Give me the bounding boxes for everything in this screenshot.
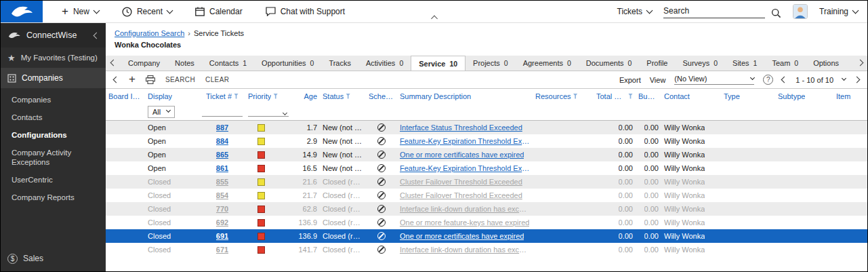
ticket-link[interactable]: 770 bbox=[216, 205, 228, 213]
collapse-sidebar-icon[interactable] bbox=[94, 31, 99, 40]
tab-team[interactable]: Team0 bbox=[764, 55, 806, 71]
column-header-subtype[interactable]: Subtype bbox=[775, 89, 833, 103]
tab-sites[interactable]: Sites1 bbox=[725, 55, 764, 71]
column-header-summary-description[interactable]: Summary Description bbox=[397, 89, 533, 103]
calendar-button[interactable]: Calendar bbox=[195, 7, 243, 16]
sidebar-header[interactable]: ConnectWise bbox=[1, 23, 106, 47]
back-icon[interactable] bbox=[114, 77, 119, 82]
table-row[interactable]: Closed85421.7Closed (resolv...Cluster Fa… bbox=[106, 189, 867, 202]
table-row[interactable]: Open86514.9New (not resp...One or more c… bbox=[106, 148, 867, 161]
tab-service[interactable]: Service10 bbox=[411, 56, 466, 71]
collapse-topbar-chevron[interactable] bbox=[432, 14, 436, 21]
column-header-age[interactable]: Age bbox=[291, 89, 320, 103]
ticket-link[interactable]: 884 bbox=[216, 137, 228, 145]
clear-button[interactable]: CLEAR bbox=[205, 76, 229, 83]
sidebar-item-company-activity-exceptions[interactable]: Company Activity Exceptions bbox=[1, 144, 106, 171]
breadcrumb-link[interactable]: Configuration Search bbox=[115, 29, 184, 37]
next-page-icon[interactable] bbox=[854, 77, 859, 82]
print-icon[interactable] bbox=[146, 75, 155, 84]
connectwise-logo[interactable] bbox=[1, 1, 43, 22]
tabs-scroll-right-icon[interactable] bbox=[852, 55, 867, 71]
column-header-ticket[interactable]: Ticket # bbox=[199, 89, 245, 103]
summary-link[interactable]: One or more feature-keys have expired bbox=[400, 218, 529, 227]
avatar[interactable] bbox=[793, 4, 808, 19]
sidebar-item-contacts[interactable]: Contacts bbox=[1, 109, 106, 126]
add-ticket-icon[interactable]: + bbox=[129, 73, 136, 86]
priority-filter-select[interactable] bbox=[248, 106, 289, 117]
sidebar-item-sales[interactable]: $ Sales bbox=[1, 249, 106, 268]
column-header-contact[interactable]: Contact bbox=[661, 89, 721, 103]
ticket-link[interactable]: 671 bbox=[216, 246, 228, 254]
column-header-item[interactable]: Item bbox=[833, 89, 867, 103]
ticket-link[interactable]: 861 bbox=[216, 164, 228, 172]
table-row[interactable]: Closed691136.9Closed (resolv...One or mo… bbox=[106, 229, 867, 243]
summary-link[interactable]: Interface link-down duration has exceede… bbox=[400, 205, 530, 213]
new-menu-button[interactable]: + New bbox=[62, 7, 99, 17]
sidebar-item-configurations[interactable]: Configurations bbox=[1, 126, 106, 144]
table-row[interactable]: Open8842.9New (not resp...Feature-Key Ex… bbox=[106, 134, 867, 148]
column-header-board-icon[interactable]: Board Icon bbox=[106, 89, 145, 103]
table-row[interactable]: Open86116.5New (not resp...Feature-Key E… bbox=[106, 161, 867, 175]
table-row[interactable]: Open8871.7New (not resp...Interface Stat… bbox=[106, 121, 867, 134]
account-menu-button[interactable]: Training bbox=[819, 7, 858, 16]
ticket-link[interactable]: 887 bbox=[216, 123, 228, 132]
column-header-resources[interactable]: Resources bbox=[533, 89, 594, 103]
column-header-total-hours[interactable]: Total Hours bbox=[594, 89, 636, 103]
recent-menu-button[interactable]: Recent bbox=[122, 7, 172, 17]
tab-surveys[interactable]: Surveys0 bbox=[675, 55, 725, 71]
tab-documents[interactable]: Documents0 bbox=[579, 55, 639, 71]
summary-link[interactable]: Feature-Key Expiration Threshold Exceede… bbox=[400, 137, 530, 145]
tickets-menu-button[interactable]: Tickets bbox=[617, 7, 653, 16]
column-header-schedule[interactable]: Schedule bbox=[366, 89, 397, 103]
tab-configura[interactable]: Configura bbox=[846, 55, 852, 71]
summary-link[interactable]: Cluster Failover Threshold Exceeded bbox=[400, 178, 522, 186]
table-row[interactable]: Closed77062.8Closed (resolv...Interface … bbox=[106, 202, 867, 216]
summary-link[interactable]: One or more certificates have expired bbox=[400, 151, 524, 159]
search-button[interactable]: SEARCH bbox=[165, 76, 195, 83]
tab-opportunities[interactable]: Opportunities0 bbox=[254, 55, 321, 71]
tabs-scroll-left-icon[interactable] bbox=[106, 55, 121, 71]
ticket-filter-input[interactable] bbox=[202, 106, 243, 117]
export-button[interactable]: Export bbox=[619, 76, 641, 84]
search-icon[interactable] bbox=[771, 8, 781, 18]
table-row[interactable]: Closed692136.9Closed (resolv...One or mo… bbox=[106, 216, 867, 229]
sidebar-item-my-favorites[interactable]: ★ My Favorites (Testing) bbox=[1, 47, 106, 68]
summary-link[interactable]: Cluster Failover Threshold Exceeded bbox=[400, 191, 522, 199]
column-header-budget[interactable]: Budget bbox=[636, 89, 661, 103]
summary-link[interactable]: Interface link-down duration has exceede… bbox=[400, 246, 530, 254]
tab-company[interactable]: Company bbox=[121, 55, 167, 71]
tab-notes[interactable]: Notes bbox=[167, 55, 202, 71]
column-header-type[interactable]: Type bbox=[721, 89, 775, 103]
sidebar-item-company-reports[interactable]: Company Reports bbox=[1, 189, 106, 206]
sidebar-item-usercentric[interactable]: UserCentric bbox=[1, 171, 106, 189]
view-select[interactable]: (No View) bbox=[674, 75, 754, 85]
help-icon[interactable]: ? bbox=[763, 75, 773, 85]
ticket-link[interactable]: 692 bbox=[216, 218, 228, 227]
tab-projects[interactable]: Projects0 bbox=[466, 55, 516, 71]
ticket-link[interactable]: 855 bbox=[216, 178, 228, 186]
column-header-display[interactable]: Display bbox=[145, 89, 199, 103]
previous-page-icon[interactable] bbox=[782, 77, 787, 82]
sidebar-item-companies[interactable]: Companies bbox=[1, 91, 106, 109]
tab-tracks[interactable]: Tracks bbox=[321, 55, 358, 71]
sidebar-item-companies-section[interactable]: Companies bbox=[1, 68, 106, 88]
summary-link[interactable]: One or more certificates have expired bbox=[400, 232, 524, 240]
tab-contacts[interactable]: Contacts1 bbox=[202, 55, 254, 71]
column-header-status[interactable]: Status bbox=[320, 89, 366, 103]
column-header-priority[interactable]: Priority bbox=[245, 89, 291, 103]
ticket-link[interactable]: 865 bbox=[216, 151, 228, 159]
tab-options[interactable]: Options bbox=[806, 55, 846, 71]
display-filter-select[interactable]: All bbox=[148, 106, 175, 118]
search-input[interactable] bbox=[663, 5, 765, 18]
ticket-link[interactable]: 691 bbox=[216, 232, 228, 240]
ticket-link[interactable]: 854 bbox=[216, 191, 228, 199]
tab-agreements[interactable]: Agreements0 bbox=[516, 55, 579, 71]
table-row[interactable]: Closed85521.6Closed (resolv...Cluster Fa… bbox=[106, 175, 867, 189]
tab-activities[interactable]: Activities0 bbox=[358, 55, 411, 71]
tab-profile[interactable]: Profile bbox=[639, 55, 675, 71]
page-size-chevron-icon[interactable] bbox=[842, 76, 846, 81]
summary-link[interactable]: Feature-Key Expiration Threshold Exceede… bbox=[400, 164, 530, 172]
table-row[interactable]: Closed671141.7Closed (resolv...Interface… bbox=[106, 243, 867, 256]
chat-with-support-button[interactable]: Chat with Support bbox=[266, 7, 345, 16]
summary-link[interactable]: Interface Status Threshold Exceeded bbox=[400, 123, 522, 132]
